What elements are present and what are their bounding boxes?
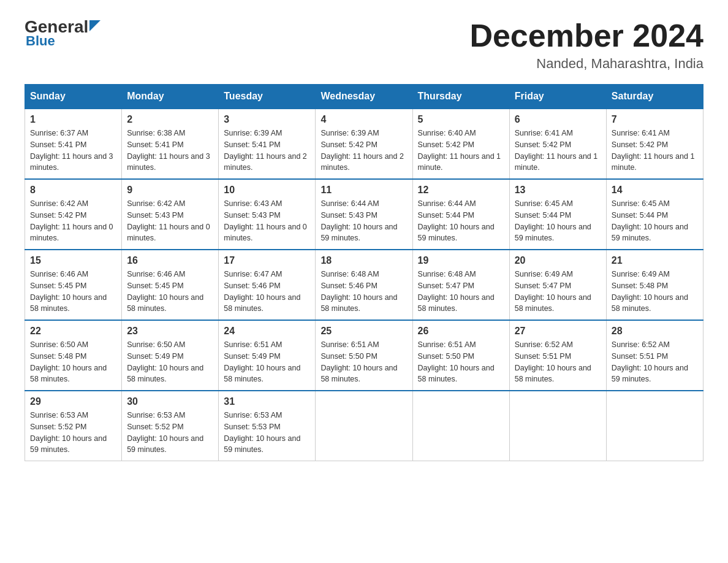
day-info: Sunrise: 6:42 AMSunset: 5:43 PMDaylight:… xyxy=(127,198,213,244)
col-header-monday: Monday xyxy=(122,85,219,109)
calendar-cell: 4Sunrise: 6:39 AMSunset: 5:42 PMDaylight… xyxy=(316,109,412,179)
calendar-cell: 27Sunrise: 6:52 AMSunset: 5:51 PMDayligh… xyxy=(509,320,606,391)
calendar-cell xyxy=(606,391,703,461)
calendar-cell: 26Sunrise: 6:51 AMSunset: 5:50 PMDayligh… xyxy=(412,320,509,391)
day-info: Sunrise: 6:48 AMSunset: 5:46 PMDaylight:… xyxy=(320,269,407,315)
logo: General Blue xyxy=(25,18,100,49)
day-number: 18 xyxy=(320,255,407,266)
day-number: 7 xyxy=(612,114,698,125)
calendar-cell: 25Sunrise: 6:51 AMSunset: 5:50 PMDayligh… xyxy=(316,320,412,391)
day-number: 26 xyxy=(418,326,504,337)
calendar-table: SundayMondayTuesdayWednesdayThursdayFrid… xyxy=(25,84,703,461)
day-info: Sunrise: 6:44 AMSunset: 5:43 PMDaylight:… xyxy=(320,198,407,244)
calendar-cell: 7Sunrise: 6:41 AMSunset: 5:42 PMDaylight… xyxy=(606,109,703,179)
logo-arrow-icon xyxy=(89,20,100,31)
day-number: 14 xyxy=(612,185,698,196)
title-section: December 2024 Nanded, Maharashtra, India xyxy=(469,18,703,72)
day-info: Sunrise: 6:53 AMSunset: 5:52 PMDaylight:… xyxy=(127,410,213,456)
calendar-cell: 28Sunrise: 6:52 AMSunset: 5:51 PMDayligh… xyxy=(606,320,703,391)
calendar-week-row: 15Sunrise: 6:46 AMSunset: 5:45 PMDayligh… xyxy=(25,250,703,320)
day-info: Sunrise: 6:43 AMSunset: 5:43 PMDaylight:… xyxy=(224,198,310,244)
day-info: Sunrise: 6:52 AMSunset: 5:51 PMDaylight:… xyxy=(612,339,698,385)
day-info: Sunrise: 6:49 AMSunset: 5:47 PMDaylight:… xyxy=(515,269,601,315)
day-info: Sunrise: 6:51 AMSunset: 5:50 PMDaylight:… xyxy=(418,339,504,385)
calendar-cell xyxy=(316,391,412,461)
calendar-cell: 15Sunrise: 6:46 AMSunset: 5:45 PMDayligh… xyxy=(25,250,122,320)
calendar-cell: 8Sunrise: 6:42 AMSunset: 5:42 PMDaylight… xyxy=(25,179,122,250)
day-number: 2 xyxy=(127,114,213,125)
day-number: 23 xyxy=(127,326,213,337)
calendar-cell: 22Sunrise: 6:50 AMSunset: 5:48 PMDayligh… xyxy=(25,320,122,391)
svg-marker-0 xyxy=(89,20,100,31)
day-number: 27 xyxy=(515,326,601,337)
calendar-cell: 29Sunrise: 6:53 AMSunset: 5:52 PMDayligh… xyxy=(25,391,122,461)
calendar-cell: 9Sunrise: 6:42 AMSunset: 5:43 PMDaylight… xyxy=(122,179,219,250)
calendar-week-row: 1Sunrise: 6:37 AMSunset: 5:41 PMDaylight… xyxy=(25,109,703,179)
day-number: 16 xyxy=(127,255,213,266)
day-info: Sunrise: 6:45 AMSunset: 5:44 PMDaylight:… xyxy=(612,198,698,244)
day-info: Sunrise: 6:41 AMSunset: 5:42 PMDaylight:… xyxy=(515,128,601,174)
day-info: Sunrise: 6:53 AMSunset: 5:53 PMDaylight:… xyxy=(224,410,310,456)
day-number: 25 xyxy=(320,326,407,337)
calendar-cell: 6Sunrise: 6:41 AMSunset: 5:42 PMDaylight… xyxy=(509,109,606,179)
calendar-cell: 18Sunrise: 6:48 AMSunset: 5:46 PMDayligh… xyxy=(316,250,412,320)
calendar-cell: 2Sunrise: 6:38 AMSunset: 5:41 PMDaylight… xyxy=(122,109,219,179)
calendar-cell: 16Sunrise: 6:46 AMSunset: 5:45 PMDayligh… xyxy=(122,250,219,320)
calendar-cell: 3Sunrise: 6:39 AMSunset: 5:41 PMDaylight… xyxy=(219,109,316,179)
col-header-wednesday: Wednesday xyxy=(316,85,412,109)
calendar-cell: 11Sunrise: 6:44 AMSunset: 5:43 PMDayligh… xyxy=(316,179,412,250)
day-number: 5 xyxy=(418,114,504,125)
calendar-cell: 1Sunrise: 6:37 AMSunset: 5:41 PMDaylight… xyxy=(25,109,122,179)
calendar-cell: 24Sunrise: 6:51 AMSunset: 5:49 PMDayligh… xyxy=(219,320,316,391)
day-number: 11 xyxy=(320,185,407,196)
day-number: 22 xyxy=(30,326,116,337)
calendar-cell: 13Sunrise: 6:45 AMSunset: 5:44 PMDayligh… xyxy=(509,179,606,250)
calendar-cell: 5Sunrise: 6:40 AMSunset: 5:42 PMDaylight… xyxy=(412,109,509,179)
day-info: Sunrise: 6:49 AMSunset: 5:48 PMDaylight:… xyxy=(612,269,698,315)
day-info: Sunrise: 6:53 AMSunset: 5:52 PMDaylight:… xyxy=(30,410,116,456)
day-number: 20 xyxy=(515,255,601,266)
calendar-week-row: 29Sunrise: 6:53 AMSunset: 5:52 PMDayligh… xyxy=(25,391,703,461)
day-info: Sunrise: 6:50 AMSunset: 5:49 PMDaylight:… xyxy=(127,339,213,385)
day-info: Sunrise: 6:37 AMSunset: 5:41 PMDaylight:… xyxy=(30,128,116,174)
calendar-week-row: 22Sunrise: 6:50 AMSunset: 5:48 PMDayligh… xyxy=(25,320,703,391)
day-info: Sunrise: 6:38 AMSunset: 5:41 PMDaylight:… xyxy=(127,128,213,174)
calendar-cell: 21Sunrise: 6:49 AMSunset: 5:48 PMDayligh… xyxy=(606,250,703,320)
day-number: 9 xyxy=(127,185,213,196)
col-header-tuesday: Tuesday xyxy=(219,85,316,109)
calendar-cell: 31Sunrise: 6:53 AMSunset: 5:53 PMDayligh… xyxy=(219,391,316,461)
col-header-thursday: Thursday xyxy=(412,85,509,109)
month-title: December 2024 xyxy=(469,18,703,53)
calendar-cell: 17Sunrise: 6:47 AMSunset: 5:46 PMDayligh… xyxy=(219,250,316,320)
page-header: General Blue December 2024 Nanded, Mahar… xyxy=(25,18,703,72)
calendar-cell: 20Sunrise: 6:49 AMSunset: 5:47 PMDayligh… xyxy=(509,250,606,320)
day-number: 28 xyxy=(612,326,698,337)
day-info: Sunrise: 6:51 AMSunset: 5:50 PMDaylight:… xyxy=(320,339,407,385)
day-number: 31 xyxy=(224,396,310,407)
day-number: 4 xyxy=(320,114,407,125)
day-number: 21 xyxy=(612,255,698,266)
calendar-cell: 23Sunrise: 6:50 AMSunset: 5:49 PMDayligh… xyxy=(122,320,219,391)
calendar-cell: 14Sunrise: 6:45 AMSunset: 5:44 PMDayligh… xyxy=(606,179,703,250)
calendar-week-row: 8Sunrise: 6:42 AMSunset: 5:42 PMDaylight… xyxy=(25,179,703,250)
day-info: Sunrise: 6:39 AMSunset: 5:41 PMDaylight:… xyxy=(224,128,310,174)
calendar-cell: 12Sunrise: 6:44 AMSunset: 5:44 PMDayligh… xyxy=(412,179,509,250)
day-number: 6 xyxy=(515,114,601,125)
day-info: Sunrise: 6:41 AMSunset: 5:42 PMDaylight:… xyxy=(612,128,698,174)
day-number: 8 xyxy=(30,185,116,196)
day-info: Sunrise: 6:46 AMSunset: 5:45 PMDaylight:… xyxy=(127,269,213,315)
day-info: Sunrise: 6:45 AMSunset: 5:44 PMDaylight:… xyxy=(515,198,601,244)
col-header-sunday: Sunday xyxy=(25,85,122,109)
day-number: 29 xyxy=(30,396,116,407)
logo-bottom-text: Blue xyxy=(25,33,55,49)
day-info: Sunrise: 6:47 AMSunset: 5:46 PMDaylight:… xyxy=(224,269,310,315)
day-info: Sunrise: 6:44 AMSunset: 5:44 PMDaylight:… xyxy=(418,198,504,244)
day-number: 24 xyxy=(224,326,310,337)
day-number: 1 xyxy=(30,114,116,125)
day-info: Sunrise: 6:48 AMSunset: 5:47 PMDaylight:… xyxy=(418,269,504,315)
day-number: 10 xyxy=(224,185,310,196)
col-header-friday: Friday xyxy=(509,85,606,109)
day-number: 13 xyxy=(515,185,601,196)
calendar-cell xyxy=(509,391,606,461)
day-info: Sunrise: 6:50 AMSunset: 5:48 PMDaylight:… xyxy=(30,339,116,385)
